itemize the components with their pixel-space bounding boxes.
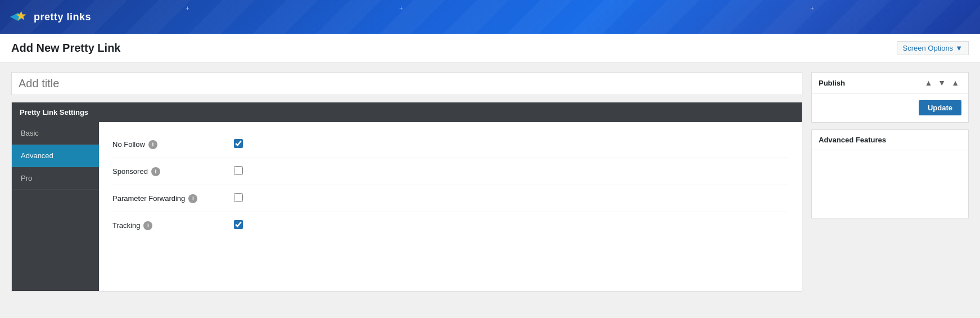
field-row-parameter-forwarding: Parameter Forwarding i	[112, 185, 788, 212]
update-button[interactable]: Update	[919, 100, 961, 115]
parameter-forwarding-info-icon[interactable]: i	[188, 194, 197, 203]
sponsored-control	[234, 166, 243, 177]
settings-panel: Pretty Link Settings Basic Advanced Pro	[11, 102, 802, 292]
parameter-forwarding-checkbox[interactable]	[234, 193, 243, 202]
screen-options-label: Screen Options	[903, 44, 954, 52]
right-column: Publish ▲ ▼ ▲ Update Advanced Features	[811, 72, 969, 309]
advanced-features-box: Advanced Features	[811, 129, 969, 218]
publish-body: Update	[812, 93, 968, 122]
advanced-content: No Follow i Sponsored i	[99, 122, 802, 291]
title-input[interactable]	[11, 72, 802, 95]
settings-nav-tabs: Basic Advanced Pro	[12, 122, 99, 291]
tracking-checkbox[interactable]	[234, 220, 243, 229]
sponsored-info-icon[interactable]: i	[151, 167, 160, 176]
no-follow-checkbox[interactable]	[234, 139, 243, 148]
publish-collapse-controls: ▲ ▼ ▲	[922, 77, 961, 88]
tracking-label: Tracking i	[112, 221, 225, 230]
tab-advanced[interactable]: Advanced	[12, 145, 99, 167]
parameter-forwarding-control	[234, 193, 243, 204]
settings-panel-body: Basic Advanced Pro No Follow	[12, 122, 802, 291]
no-follow-control	[234, 139, 243, 150]
chevron-down-icon: ▼	[955, 44, 963, 52]
star-deco-1: +	[186, 5, 189, 12]
star-deco-2: +	[399, 5, 403, 12]
field-row-tracking: Tracking i	[112, 212, 788, 239]
expand-button[interactable]: ▲	[949, 77, 961, 88]
logo-icon	[9, 7, 29, 27]
advanced-features-body	[812, 150, 968, 218]
tab-basic[interactable]: Basic	[12, 122, 99, 145]
logo-text: pretty links	[34, 11, 91, 23]
settings-panel-header: Pretty Link Settings	[12, 102, 802, 122]
collapse-up-button[interactable]: ▲	[922, 77, 934, 88]
logo: pretty links	[9, 7, 91, 27]
app-header: + + + pretty links	[0, 0, 980, 34]
left-column: Pretty Link Settings Basic Advanced Pro	[11, 72, 802, 309]
no-follow-info-icon[interactable]: i	[148, 140, 157, 149]
tracking-control	[234, 220, 243, 231]
publish-header: Publish ▲ ▼ ▲	[812, 73, 968, 93]
screen-options-button[interactable]: Screen Options ▼	[897, 41, 969, 55]
publish-title: Publish	[819, 79, 845, 87]
page-title: Add New Pretty Link	[11, 42, 120, 55]
publish-box: Publish ▲ ▼ ▲ Update	[811, 72, 969, 123]
no-follow-label: No Follow i	[112, 140, 225, 149]
collapse-down-button[interactable]: ▼	[936, 77, 948, 88]
main-content: Pretty Link Settings Basic Advanced Pro	[0, 63, 980, 318]
parameter-forwarding-label: Parameter Forwarding i	[112, 194, 225, 203]
advanced-features-header: Advanced Features	[812, 130, 968, 150]
field-row-sponsored: Sponsored i	[112, 158, 788, 185]
star-deco-3: +	[810, 5, 814, 12]
sponsored-label: Sponsored i	[112, 167, 225, 176]
tab-pro[interactable]: Pro	[12, 167, 99, 190]
top-bar: Add New Pretty Link Screen Options ▼	[0, 34, 980, 63]
sponsored-checkbox[interactable]	[234, 166, 243, 175]
field-row-no-follow: No Follow i	[112, 131, 788, 158]
tracking-info-icon[interactable]: i	[143, 221, 152, 230]
